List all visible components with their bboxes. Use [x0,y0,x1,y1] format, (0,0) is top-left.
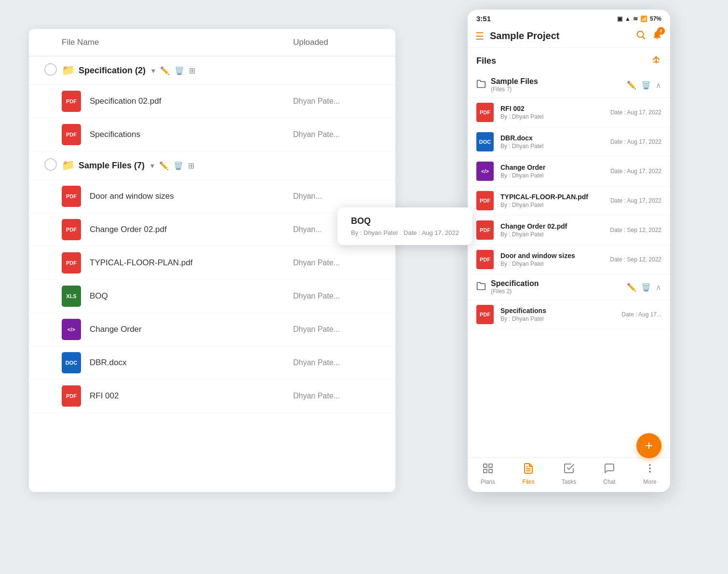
fab-add-button[interactable]: + [636,433,661,458]
mobile-folder-icon [476,281,486,293]
notification-badge: 2 [657,27,665,35]
mobile-file-date: Date : Aug 17, 2022 [610,138,661,145]
folder-dropdown-icon[interactable]: ▾ [150,161,154,170]
file-name: BOQ [90,291,293,301]
file-uploaded: Dhyan Pate... [293,259,380,267]
mobile-folder-icon [476,79,486,91]
notification-button[interactable]: 2 [652,29,662,42]
folder-add-icon[interactable]: ⊞ [188,161,194,170]
mobile-pdf-icon: PDF [476,103,494,122]
app-header: ☰ Sample Project 2 [468,26,670,48]
mobile-folder-header-spec[interactable]: Specification (Files 2) ✏️ 🗑️ ∧ [468,274,670,300]
folder-row-specification[interactable]: 📁 Specification (2) ▾ ✏️ 🗑️ ⊞ [29,56,395,85]
mobile-file-item-specifications[interactable]: PDF Specifications By : Dhyan Patel Date… [468,300,670,329]
boq-tooltip-meta: By : Dhyan Patel Date : Aug 17, 2022 [351,229,459,236]
plans-icon [482,463,494,477]
nav-files[interactable]: Files [514,463,543,485]
svg-point-12 [649,471,650,472]
mobile-file-item-rfi[interactable]: PDF RFI 002 By : Dhyan Patel Date : Aug … [468,98,670,127]
mobile-folder-info: Sample Files (Files 7) [491,77,627,93]
mobile-pdf-icon: PDF [476,305,494,324]
boq-tooltip-date: Date : Aug 17, 2022 [404,229,459,236]
file-name: Change Order [90,325,293,334]
svg-point-10 [649,465,650,465]
svg-rect-7 [489,469,492,473]
mobile-folder-edit[interactable]: ✏️ [627,81,636,90]
mobile-file-by: By : Dhyan Patel [500,143,610,150]
svg-rect-4 [484,464,487,467]
pdf-icon: PDF [62,219,81,240]
mobile-file-item-door[interactable]: PDF Door and window sizes By : Dhyan Pat… [468,245,670,274]
mobile-folder-delete[interactable]: 🗑️ [641,81,651,90]
nav-more-label: More [643,478,656,485]
file-row-floorplan[interactable]: PDF TYPICAL-FLOOR-PLAN.pdf Dhyan Pate... [29,246,395,280]
file-row-boq[interactable]: XLS BOQ Dhyan Pate... [29,280,395,313]
folder-add-icon[interactable]: ⊞ [189,66,195,75]
mobile-file-by: By : Dhyan Patel [500,315,621,322]
mobile-file-item-changeorder02[interactable]: PDF Change Order 02.pdf By : Dhyan Patel… [468,216,670,245]
mobile-file-by: By : Dhyan Patel [500,231,610,238]
folder-row-sample-files[interactable]: 📁 Sample Files (7) ▾ ✏️ 🗑️ ⊞ [29,151,395,180]
mobile-folder-delete-spec[interactable]: 🗑️ [641,283,651,292]
svg-rect-5 [489,464,492,467]
folder-checkbox[interactable] [44,158,57,171]
mobile-folder-header-sample[interactable]: Sample Files (Files 7) ✏️ 🗑️ ∧ [468,72,670,98]
chat-icon [604,463,615,477]
mobile-file-item-changeorder[interactable]: </> Change Order By : Dhyan Patel Date :… [468,157,670,186]
folder-delete-icon[interactable]: 🗑️ [174,161,183,170]
signal-icon: 📶 [640,15,647,22]
file-row-rfi[interactable]: PDF RFI 002 Dhyan Pate... [29,380,395,413]
file-row-spec02[interactable]: PDF Specification 02.pdf Dhyan Pate... [29,85,395,118]
folder-dropdown-icon[interactable]: ▾ [151,66,155,75]
folder-delete-icon[interactable]: 🗑️ [175,66,184,75]
mobile-folder-collapse-spec[interactable]: ∧ [656,283,661,292]
mobile-pdf-icon: PDF [476,250,494,269]
pdf-icon: PDF [62,124,81,145]
desktop-panel: File Name Uploaded 📁 Specification (2) ▾… [29,29,395,492]
mobile-panel: 3:51 ▣ ▲ ≋ 📶 57% ☰ Sample Project 2 File… [468,10,670,492]
file-row-dbr[interactable]: DOC DBR.docx Dhyan Pate... [29,346,395,380]
nav-plans[interactable]: Plans [473,463,502,485]
file-row-specifications[interactable]: PDF Specifications Dhyan Pate... [29,118,395,151]
sort-icon[interactable] [651,55,661,68]
mobile-pdf-icon: PDF [476,191,494,210]
mobile-folder-collapse[interactable]: ∧ [656,81,661,90]
sim-icon: ▣ [617,15,622,22]
boq-tooltip-title: BOQ [351,216,459,226]
battery-level: 57% [650,15,661,22]
mobile-folder-name: Specification [491,279,627,288]
files-section-header: Files [468,48,670,72]
nav-chat[interactable]: Chat [595,463,624,485]
mobile-file-info: TYPICAL-FLOOR-PLAN.pdf By : Dhyan Patel [500,193,610,208]
search-button[interactable] [635,29,646,42]
nav-more[interactable]: More [635,463,664,485]
nav-tasks[interactable]: Tasks [554,463,583,485]
file-name: RFI 002 [90,391,293,401]
mobile-folder-actions: ✏️ 🗑️ ∧ [627,283,661,292]
mobile-file-name: Change Order [500,164,610,171]
mobile-folder-edit-spec[interactable]: ✏️ [627,283,636,292]
mobile-file-date: Date : Aug 17... [621,311,661,318]
svg-line-1 [643,37,645,39]
folder-checkbox[interactable] [44,63,57,76]
mobile-file-info: RFI 002 By : Dhyan Patel [500,105,610,120]
status-bar: 3:51 ▣ ▲ ≋ 📶 57% [468,10,670,26]
mobile-pdf-icon: PDF [476,220,494,240]
mobile-file-item-dbr[interactable]: DOC DBR.docx By : Dhyan Patel Date : Aug… [468,127,670,157]
mobile-file-info: Change Order 02.pdf By : Dhyan Patel [500,222,610,238]
boq-tooltip: BOQ By : Dhyan Patel Date : Aug 17, 2022 [337,207,472,245]
search-icon [635,29,646,40]
file-row-changeorder[interactable]: </> Change Order Dhyan Pate... [29,313,395,346]
mobile-code-icon: </> [476,162,494,181]
folder-edit-icon[interactable]: ✏️ [159,161,169,170]
mobile-file-date: Date : Aug 17, 2022 [610,197,661,204]
file-uploaded: Dhyan Pate... [293,392,380,400]
hamburger-icon[interactable]: ☰ [475,30,484,42]
mobile-file-name: Specifications [500,307,621,314]
mobile-folder-count: (Files 7) [491,86,627,93]
folder-edit-icon[interactable]: ✏️ [160,66,170,75]
app-title: Sample Project [490,30,629,41]
pdf-icon: PDF [62,186,81,207]
mobile-file-item-floorplan[interactable]: PDF TYPICAL-FLOOR-PLAN.pdf By : Dhyan Pa… [468,186,670,216]
mobile-file-by: By : Dhyan Patel [500,260,610,267]
